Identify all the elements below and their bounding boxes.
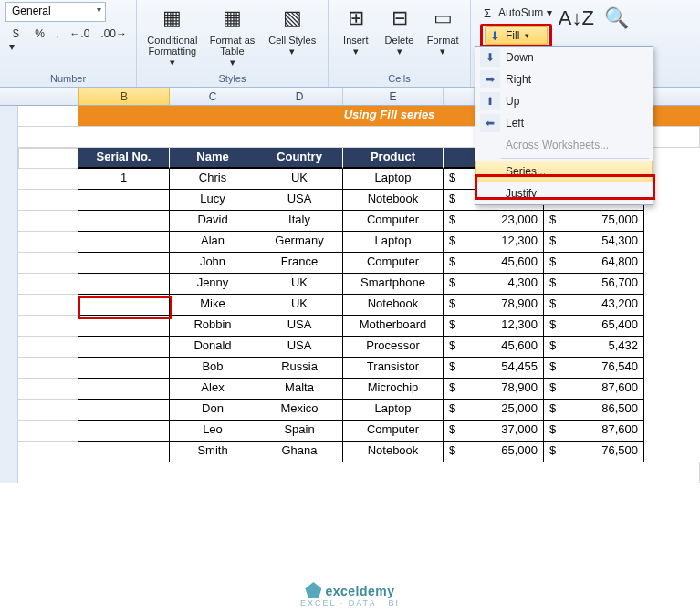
cell-country[interactable]: USA (256, 316, 343, 337)
cell-product[interactable]: Smartphone (343, 274, 444, 295)
cell-month2[interactable]: $86,500 (544, 400, 644, 421)
fill-left-item[interactable]: ⬅Left (475, 112, 653, 134)
cell-product[interactable]: Laptop (343, 169, 444, 190)
cell-month2[interactable]: $64,800 (544, 253, 644, 274)
sort-filter-button[interactable]: A↓Z (556, 2, 596, 35)
cell-month2[interactable]: $43,200 (544, 295, 644, 316)
cell-product[interactable]: Transistor (343, 358, 444, 379)
cell-month1[interactable]: $65,000 (444, 442, 544, 462)
cell-month2[interactable]: $87,600 (544, 421, 644, 442)
cell-serial[interactable] (78, 274, 170, 295)
cell-country[interactable]: Italy (256, 211, 343, 232)
find-select-button[interactable]: 🔍 (596, 2, 636, 35)
cell-serial[interactable] (78, 211, 170, 232)
cell-month2[interactable]: $76,540 (544, 358, 644, 379)
cell-month1[interactable]: $37,000 (444, 421, 544, 442)
cell-styles-button[interactable]: ▧Cell Styles ▾ (262, 2, 322, 57)
cell-country[interactable]: France (256, 253, 343, 274)
cell-product[interactable]: Computer (343, 421, 444, 442)
cell-serial[interactable] (78, 358, 170, 379)
cell-country[interactable]: Germany (256, 232, 343, 253)
cell-month2[interactable]: $75,000 (544, 211, 644, 232)
fill-up-item[interactable]: ⬆Up (475, 90, 653, 112)
cell-name[interactable]: Smith (170, 442, 256, 462)
fill-justify-item[interactable]: Justify (475, 182, 653, 204)
cell-month1[interactable]: $4,300 (444, 274, 544, 295)
format-as-table-button[interactable]: ▦Format as Table ▾ (203, 2, 263, 68)
cell-country[interactable]: Russia (256, 358, 343, 379)
cell-country[interactable]: Ghana (256, 442, 343, 462)
cell-month1[interactable]: $54,455 (444, 358, 544, 379)
cell-name[interactable]: Chris (170, 169, 256, 190)
decrease-decimal-button[interactable]: .00→ (97, 26, 131, 55)
table-row[interactable]: AlexMaltaMicrochip$78,900$87,600 (0, 379, 700, 400)
cell-serial[interactable] (78, 295, 170, 316)
cell-month2[interactable]: $87,600 (544, 379, 644, 400)
cell-product[interactable]: Computer (343, 253, 444, 274)
cell-serial[interactable] (78, 190, 170, 211)
table-row[interactable]: JohnFranceComputer$45,600$64,800 (0, 253, 700, 274)
table-row[interactable]: SmithGhanaNotebook$65,000$76,500 (0, 442, 700, 462)
cell-product[interactable]: Laptop (343, 232, 444, 253)
cell-month2[interactable]: $5,432 (544, 337, 644, 358)
col-header-c[interactable]: C (170, 88, 256, 105)
table-row[interactable]: DonMexicoLaptop$25,000$86,500 (0, 400, 700, 421)
cell-month2[interactable]: $56,700 (544, 274, 644, 295)
cell-month2[interactable]: $54,300 (544, 232, 644, 253)
cell-product[interactable]: Processor (343, 337, 444, 358)
cell-product[interactable]: Notebook (343, 295, 444, 316)
table-row[interactable]: LeoSpainComputer$37,000$87,600 (0, 421, 700, 442)
cell-name[interactable]: David (170, 211, 256, 232)
cell-country[interactable]: Mexico (256, 400, 343, 421)
cell-product[interactable]: Notebook (343, 190, 444, 211)
fill-right-item[interactable]: ➡Right (475, 68, 653, 90)
cell-product[interactable]: Laptop (343, 400, 444, 421)
cell-name[interactable]: Lucy (170, 190, 256, 211)
cell-name[interactable]: John (170, 253, 256, 274)
table-row[interactable]: RobbinUSAMotherboard$12,300$65,400 (0, 316, 700, 337)
col-header-d[interactable]: D (256, 88, 343, 105)
cell-country[interactable]: Spain (256, 421, 343, 442)
table-row[interactable]: BobRussiaTransistor$54,455$76,540 (0, 358, 700, 379)
cell-name[interactable]: Don (170, 400, 256, 421)
cell-name[interactable]: Mike (170, 295, 256, 316)
cell-product[interactable]: Motherboard (343, 316, 444, 337)
cell-country[interactable]: UK (256, 274, 343, 295)
cell-month1[interactable]: $78,900 (444, 379, 544, 400)
cell-product[interactable]: Computer (343, 211, 444, 232)
cell-month1[interactable]: $45,600 (444, 337, 544, 358)
table-row[interactable]: AlanGermanyLaptop$12,300$54,300 (0, 232, 700, 253)
fill-down-item[interactable]: ⬇Down (475, 47, 653, 68)
col-header-e[interactable]: E (343, 88, 444, 105)
table-row[interactable]: JennyUKSmartphone$4,300$56,700 (0, 274, 700, 295)
autosum-button[interactable]: ΣAutoSum ▾ (480, 4, 552, 22)
cell-name[interactable]: Bob (170, 358, 256, 379)
format-button[interactable]: ▭Format ▾ (421, 2, 465, 57)
cell-country[interactable]: Malta (256, 379, 343, 400)
cell-name[interactable]: Alex (170, 379, 256, 400)
cell-country[interactable]: USA (256, 190, 343, 211)
cell-serial[interactable] (78, 232, 170, 253)
cell-product[interactable]: Notebook (343, 442, 444, 462)
cell-country[interactable]: UK (256, 295, 343, 316)
cell-serial[interactable]: 1 (78, 169, 170, 190)
cell-serial[interactable] (78, 316, 170, 337)
number-format-combo[interactable]: General (5, 2, 106, 22)
table-row[interactable]: MikeUKNotebook$78,900$43,200 (0, 295, 700, 316)
comma-button[interactable]: , (52, 26, 62, 55)
table-row[interactable]: DonaldUSAProcessor$45,600$5,432 (0, 337, 700, 358)
cell-serial[interactable] (78, 421, 170, 442)
cell-month1[interactable]: $78,900 (444, 295, 544, 316)
col-header-b[interactable]: B (78, 88, 170, 105)
cell-month1[interactable]: $12,300 (444, 316, 544, 337)
cell-product[interactable]: Microchip (343, 379, 444, 400)
fill-series-item[interactable]: Series... (475, 161, 653, 182)
cell-name[interactable]: Jenny (170, 274, 256, 295)
cell-month1[interactable]: $23,000 (444, 211, 544, 232)
cell-name[interactable]: Alan (170, 232, 256, 253)
delete-button[interactable]: ⊟Delete ▾ (378, 2, 422, 57)
cell-serial[interactable] (78, 379, 170, 400)
cell-serial[interactable] (78, 337, 170, 358)
increase-decimal-button[interactable]: ←.0 (66, 26, 93, 55)
currency-button[interactable]: $ ▾ (5, 26, 27, 55)
